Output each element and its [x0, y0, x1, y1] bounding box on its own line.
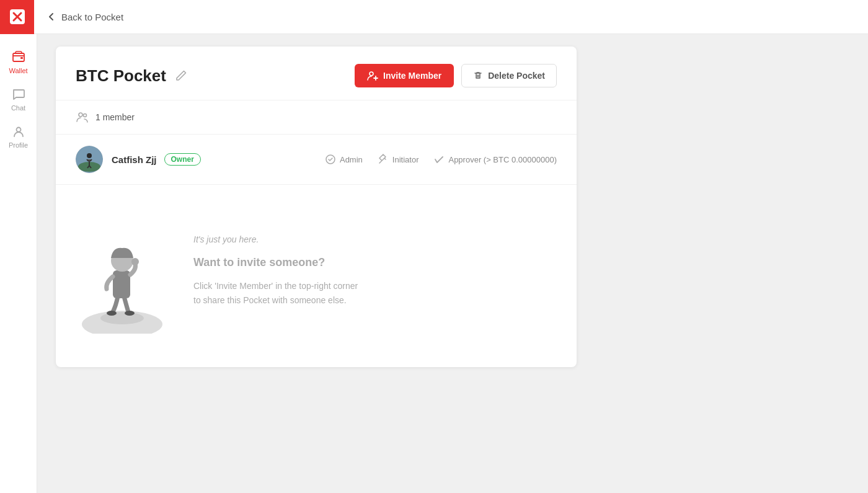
role-initiator: Initiator — [378, 154, 419, 165]
sidebar: Wallet Chat Profile — [0, 34, 37, 493]
approver-icon — [433, 154, 445, 165]
svg-rect-20 — [113, 270, 130, 298]
sidebar-profile-label: Profile — [9, 141, 28, 149]
invite-member-button[interactable]: Invite Member — [355, 64, 454, 87]
pocket-card: BTC Pocket Invite Member — [56, 47, 577, 367]
svg-point-18 — [107, 311, 117, 316]
empty-body: Click 'Invite Member' in the top-right c… — [193, 279, 367, 307]
empty-heading: Want to invite someone? — [193, 256, 367, 269]
member-row: Catfish Zjj Owner Admin Initiator — [56, 135, 577, 185]
delete-pocket-button[interactable]: Delete Pocket — [461, 64, 557, 87]
empty-illustration-svg — [76, 203, 169, 334]
avatar — [76, 146, 103, 173]
app-logo[interactable] — [0, 0, 34, 34]
pocket-title: BTC Pocket — [76, 66, 166, 86]
main-content: BTC Pocket Invite Member — [37, 34, 868, 493]
empty-text: It's just you here. Want to invite someo… — [193, 233, 367, 307]
sidebar-wallet-label: Wallet — [9, 67, 27, 74]
sidebar-item-chat[interactable]: Chat — [0, 81, 37, 118]
pocket-title-area: BTC Pocket — [76, 66, 187, 86]
pocket-actions: Invite Member Delete Pocket — [355, 64, 557, 87]
empty-italic: It's just you here. — [193, 233, 367, 246]
role-admin: Admin — [325, 154, 363, 165]
pocket-header: BTC Pocket Invite Member — [56, 47, 577, 100]
members-icon — [76, 110, 89, 124]
empty-illustration — [76, 203, 169, 336]
trash-icon — [473, 71, 483, 81]
back-to-pocket-button[interactable]: Back to Pocket — [34, 12, 136, 22]
profile-icon — [11, 124, 26, 139]
empty-state: It's just you here. Want to invite someo… — [56, 185, 577, 367]
members-count: 1 member — [95, 112, 135, 122]
initiator-icon — [378, 154, 389, 165]
svg-point-11 — [87, 153, 92, 158]
role-admin-label: Admin — [340, 155, 363, 164]
edit-pocket-button[interactable] — [175, 69, 187, 82]
chat-icon — [11, 87, 26, 102]
sidebar-chat-label: Chat — [11, 104, 25, 112]
top-bar: Back to Pocket — [0, 0, 868, 34]
svg-point-6 — [370, 72, 373, 76]
sidebar-item-profile[interactable]: Profile — [0, 118, 37, 155]
invite-icon — [367, 70, 378, 81]
svg-point-5 — [16, 128, 20, 132]
role-approver-label: Approver (> BTC 0.00000000) — [448, 155, 557, 164]
role-initiator-label: Initiator — [392, 155, 419, 164]
admin-icon — [325, 154, 336, 165]
svg-rect-4 — [20, 57, 23, 59]
svg-point-22 — [131, 258, 139, 265]
svg-point-7 — [79, 113, 82, 117]
member-roles: Admin Initiator Approver (> BTC 0.000000… — [325, 154, 557, 165]
svg-point-8 — [84, 114, 87, 117]
role-approver: Approver (> BTC 0.00000000) — [433, 154, 557, 165]
member-name: Catfish Zjj — [112, 154, 157, 165]
members-section: 1 member — [56, 100, 577, 135]
sidebar-item-wallet[interactable]: Wallet — [0, 43, 37, 81]
owner-badge: Owner — [164, 153, 201, 166]
back-arrow-icon — [46, 12, 56, 22]
svg-point-19 — [125, 311, 135, 316]
wallet-icon — [11, 50, 26, 64]
